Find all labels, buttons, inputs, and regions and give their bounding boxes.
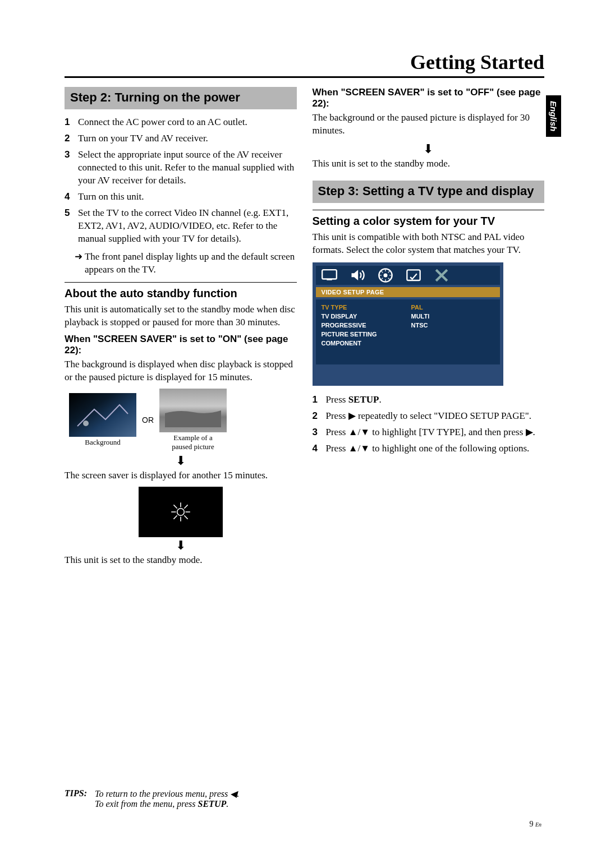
screensaver-thumbnail <box>139 487 223 537</box>
divider <box>65 282 297 283</box>
tips-label: TIPS: <box>65 788 87 809</box>
or-label: OR <box>142 415 154 424</box>
page-number: 9 En <box>529 820 541 829</box>
svg-line-7 <box>184 515 187 519</box>
example-images-row: Background OR Example of a paused pictur… <box>69 389 297 451</box>
osd-tab-bar <box>316 266 500 285</box>
step2-heading: Step 2: Turning on the power <box>65 87 297 109</box>
page-title: Getting Started <box>65 50 544 78</box>
screensaver-15min-para: The screen saver is displayed for anothe… <box>65 469 297 482</box>
auto-standby-heading: About the auto standby function <box>65 287 297 300</box>
list-text: Press ▲/▼ to highlight [TV TYPE], and th… <box>326 426 535 439</box>
divider <box>313 210 545 210</box>
paused-thumbnail <box>159 389 227 432</box>
list-item: 1Press SETUP. <box>313 394 545 407</box>
osd-menu-screenshot: VIDEO SETUP PAGE TV TYPEPAL TV DISPLAYMU… <box>313 262 503 386</box>
screensaver-on-heading: When "SCREEN SAVER" is set to "ON" (see … <box>65 334 297 356</box>
svg-rect-11 <box>322 270 337 279</box>
down-arrow-icon: ⬇ <box>313 142 545 156</box>
language-tab: English <box>546 95 561 137</box>
color-system-para: This unit is compatible with both NTSC a… <box>313 231 545 257</box>
auto-standby-para: This unit is automatically set to the st… <box>65 303 297 329</box>
svg-line-10 <box>173 515 177 519</box>
list-item: 1Connect the AC power cord to an AC outl… <box>65 116 297 129</box>
tips-body: To return to the previous menu, press ◀.… <box>95 788 239 809</box>
paused-thumb-wrap: Example of a paused picture <box>159 389 227 451</box>
screensaver-on-para: The background is displayed when disc pl… <box>65 358 297 384</box>
list-item: 2Turn on your TV and AV receiver. <box>65 132 297 145</box>
step3-list: 1Press SETUP. 2Press ▶ repeatedly to sel… <box>313 394 545 455</box>
list-text: Set the TV to the correct Video IN chann… <box>78 207 297 246</box>
video-icon <box>378 269 393 281</box>
list-item: 4Turn on this unit. <box>65 191 297 204</box>
osd-row: TV TYPEPAL <box>322 303 494 312</box>
left-column: Step 2: Turning on the power 1Connect th… <box>65 87 297 571</box>
background-thumb-wrap: Background <box>69 393 136 447</box>
svg-point-2 <box>177 509 184 516</box>
osd-row: PICTURE SETTING <box>322 330 494 339</box>
paused-label: Example of a paused picture <box>159 433 227 451</box>
list-text: Press SETUP. <box>326 394 382 407</box>
right-column: When "SCREEN SAVER" is set to "OFF" (see… <box>313 87 545 571</box>
list-text: Select the appropriate input source of t… <box>78 149 297 187</box>
list-item: 3Press ▲/▼ to highlight [TV TYPE], and t… <box>313 426 545 439</box>
step2-list: 1Connect the AC power cord to an AC outl… <box>65 116 297 245</box>
list-item: 3Select the appropriate input source of … <box>65 149 297 187</box>
osd-row: TV DISPLAYMULTI <box>322 312 494 321</box>
svg-rect-15 <box>407 270 420 280</box>
standby-para-right: This unit is set to the standby mode. <box>313 158 545 170</box>
svg-line-8 <box>173 505 177 508</box>
osd-page-title: VIDEO SETUP PAGE <box>316 287 500 297</box>
list-text: Press ▶ repeatedly to select "VIDEO SETU… <box>326 410 532 423</box>
osd-row: PROGRESSIVENTSC <box>322 321 494 330</box>
close-icon <box>434 269 449 281</box>
color-system-heading: Setting a color system for your TV <box>313 215 545 228</box>
osd-body: TV TYPEPAL TV DISPLAYMULTI PROGRESSIVENT… <box>316 299 500 364</box>
osd-row: COMPONENT <box>322 339 494 348</box>
background-label: Background <box>69 438 136 447</box>
svg-line-9 <box>184 505 187 508</box>
screensaver-off-heading: When "SCREEN SAVER" is set to "OFF" (see… <box>313 87 545 109</box>
list-item: 2Press ▶ repeatedly to select "VIDEO SET… <box>313 410 545 423</box>
standby-para-left: This unit is set to the standby mode. <box>65 554 297 567</box>
svg-rect-12 <box>327 279 332 280</box>
step3-heading: Step 3: Setting a TV type and display <box>313 181 545 203</box>
list-item: 5Set the TV to the correct Video IN chan… <box>65 207 297 246</box>
screensaver-off-para: The background or the paused picture is … <box>313 112 545 137</box>
tips-footer: TIPS: To return to the previous menu, pr… <box>65 788 239 809</box>
svg-point-0 <box>83 421 89 426</box>
down-arrow-icon: ⬇ <box>65 454 297 468</box>
list-text: Press ▲/▼ to highlight one of the follow… <box>326 442 530 455</box>
list-item: 4Press ▲/▼ to highlight one of the follo… <box>313 442 545 455</box>
list-text: Connect the AC power cord to an AC outle… <box>78 116 247 129</box>
list-text: Turn on this unit. <box>78 191 144 204</box>
svg-point-14 <box>383 273 387 277</box>
general-icon <box>322 269 337 281</box>
background-thumbnail <box>69 393 136 437</box>
audio-icon <box>350 269 365 281</box>
down-arrow-icon: ⬇ <box>65 538 297 553</box>
preference-icon <box>406 269 421 281</box>
result-note: ➜ The front panel display lights up and … <box>65 251 297 276</box>
list-text: Turn on your TV and AV receiver. <box>78 132 208 145</box>
content-columns: Step 2: Turning on the power 1Connect th… <box>65 87 544 571</box>
